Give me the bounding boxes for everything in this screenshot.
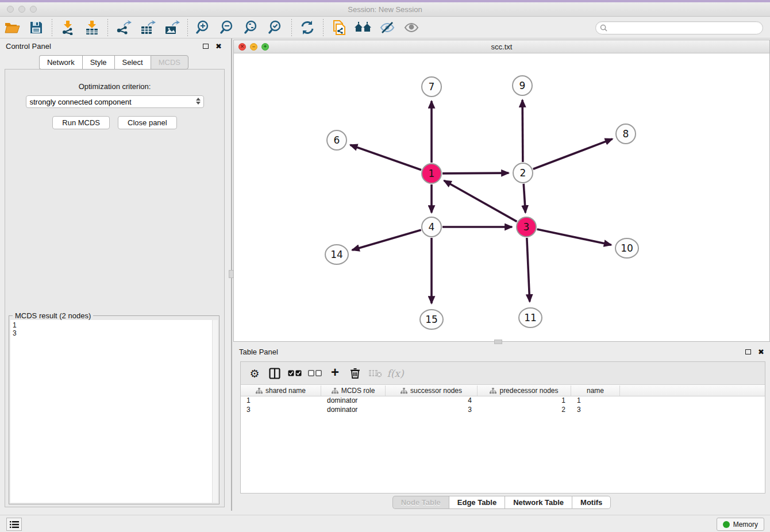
delete-table-icon[interactable]: [367, 365, 383, 381]
cell-2-MCDS-role[interactable]: dominator: [321, 406, 386, 415]
import-network-icon[interactable]: [58, 19, 78, 36]
cell-1-shared-name[interactable]: 1: [241, 396, 321, 406]
cell-1-predecessor-nodes[interactable]: 1: [478, 396, 571, 406]
deselect-all-checkboxes-icon[interactable]: [307, 365, 323, 381]
optimization-criterion-label: Optimization criterion:: [5, 82, 224, 91]
export-network-icon[interactable]: [114, 19, 133, 36]
column-header-MCDS-role[interactable]: MCDS role: [321, 385, 386, 396]
close-panel-button[interactable]: Close panel: [118, 116, 177, 129]
tab-network-table[interactable]: Network Table: [505, 496, 572, 509]
edge-2-3[interactable]: [523, 184, 525, 213]
column-header-name[interactable]: name: [571, 385, 620, 396]
table-row-2[interactable]: 3dominator323: [241, 406, 765, 415]
edge-2-9[interactable]: [522, 100, 523, 162]
tab-mcds[interactable]: MCDS: [151, 55, 188, 70]
float-panel-icon[interactable]: [203, 44, 209, 49]
edge-1-2[interactable]: [442, 173, 509, 174]
optimization-criterion-dropdown[interactable]: strongly connected component: [26, 95, 204, 108]
zoom-selected-icon[interactable]: [266, 19, 286, 36]
network-window-titlebar[interactable]: ✕ – + scc.txt: [234, 40, 769, 53]
network-minimize-icon[interactable]: –: [250, 43, 257, 51]
delete-column-icon[interactable]: [347, 365, 363, 381]
edge-3-1[interactable]: [444, 180, 517, 221]
tab-network[interactable]: Network: [39, 55, 82, 70]
toolbar-separator: [52, 19, 52, 36]
show-all-icon[interactable]: [402, 19, 421, 36]
memory-button[interactable]: Memory: [717, 518, 764, 531]
tab-edge-table[interactable]: Edge Table: [449, 496, 505, 509]
tab-motifs[interactable]: Motifs: [572, 496, 611, 509]
export-image-icon[interactable]: [162, 19, 182, 36]
network-close-icon[interactable]: ✕: [238, 43, 246, 51]
table-settings-icon[interactable]: ⚙: [247, 365, 263, 381]
edge-4-14[interactable]: [352, 230, 421, 250]
node-label-6: 6: [334, 134, 340, 146]
column-header-shared-name[interactable]: shared name: [241, 385, 321, 396]
tab-select[interactable]: Select: [114, 55, 151, 70]
first-neighbors-icon[interactable]: [353, 19, 373, 36]
tab-style[interactable]: Style: [82, 55, 114, 70]
zoom-fit-icon[interactable]: [242, 19, 261, 36]
control-panel: Control Panel ✖ Network Style Select MCD…: [0, 38, 228, 511]
column-header-successor-nodes[interactable]: successor nodes: [386, 385, 478, 396]
search-field[interactable]: [595, 21, 763, 34]
memory-status-icon: [723, 521, 730, 528]
edge-2-8[interactable]: [533, 139, 613, 169]
network-maximize-icon[interactable]: +: [261, 43, 269, 51]
import-table-icon[interactable]: [82, 19, 102, 36]
column-selector-icon[interactable]: [267, 365, 283, 381]
task-history-button[interactable]: [6, 518, 22, 531]
save-session-icon[interactable]: [26, 19, 46, 36]
refresh-icon[interactable]: [298, 19, 317, 36]
cell-1-MCDS-role[interactable]: dominator: [321, 396, 386, 406]
run-mcds-button[interactable]: Run MCDS: [52, 116, 110, 129]
horizontal-splitter-grip[interactable]: [494, 340, 502, 344]
node-label-14: 14: [330, 249, 343, 260]
zoom-in-icon[interactable]: [194, 19, 213, 36]
dropdown-stepper-icon: [196, 98, 201, 105]
zoom-out-icon[interactable]: [218, 19, 237, 36]
table-row-1[interactable]: 1dominator411: [241, 396, 765, 406]
tab-node-table[interactable]: Node Table: [392, 496, 449, 509]
add-column-icon[interactable]: +: [327, 365, 343, 381]
close-window-icon[interactable]: [7, 6, 14, 13]
edge-3-11[interactable]: [527, 238, 530, 302]
cell-2-shared-name[interactable]: 3: [241, 406, 321, 415]
node-table[interactable]: shared nameMCDS rolesuccessor nodesprede…: [241, 385, 765, 493]
cell-1-successor-nodes[interactable]: 4: [386, 396, 478, 406]
edge-1-6[interactable]: [351, 145, 421, 169]
shared-column-icon: [256, 388, 263, 394]
cell-1-name[interactable]: 1: [571, 396, 620, 406]
network-window-title: scc.txt: [234, 43, 769, 51]
cell-2-successor-nodes[interactable]: 3: [386, 406, 478, 415]
edge-3-10[interactable]: [537, 229, 611, 245]
search-input[interactable]: [607, 23, 763, 33]
control-panel-title: Control Panel: [6, 42, 203, 51]
close-panel-icon[interactable]: ✖: [215, 42, 222, 51]
memory-label: Memory: [733, 521, 758, 529]
node-label-7: 7: [429, 81, 435, 92]
table-close-icon[interactable]: ✖: [758, 348, 764, 356]
select-all-checkboxes-icon[interactable]: [287, 365, 303, 381]
search-icon: [600, 24, 607, 32]
function-builder-icon[interactable]: f(x): [387, 365, 403, 381]
mcds-result-text[interactable]: 1 3: [10, 320, 212, 503]
mcds-result-title: MCDS result (2 nodes): [13, 311, 93, 320]
hide-selected-icon[interactable]: [378, 19, 397, 36]
column-header-predecessor-nodes[interactable]: predecessor nodes: [478, 385, 571, 396]
shared-column-icon: [490, 388, 496, 394]
minimize-window-icon[interactable]: [18, 6, 25, 13]
cell-2-name[interactable]: 3: [571, 406, 620, 415]
network-canvas[interactable]: 7968124314101511: [234, 53, 769, 341]
maximize-window-icon[interactable]: [30, 6, 37, 13]
window-title: Session: New Session: [0, 5, 770, 14]
export-table-icon[interactable]: [138, 19, 157, 36]
node-label-1: 1: [429, 168, 435, 179]
cell-2-predecessor-nodes[interactable]: 2: [478, 406, 571, 415]
table-float-icon[interactable]: [745, 349, 751, 354]
open-file-icon[interactable]: [2, 19, 22, 36]
node-label-11: 11: [524, 312, 537, 323]
result-scrollbar[interactable]: [212, 320, 218, 503]
mcds-tab-panel: Optimization criterion: strongly connect…: [5, 69, 225, 507]
copy-style-icon[interactable]: [329, 19, 349, 36]
